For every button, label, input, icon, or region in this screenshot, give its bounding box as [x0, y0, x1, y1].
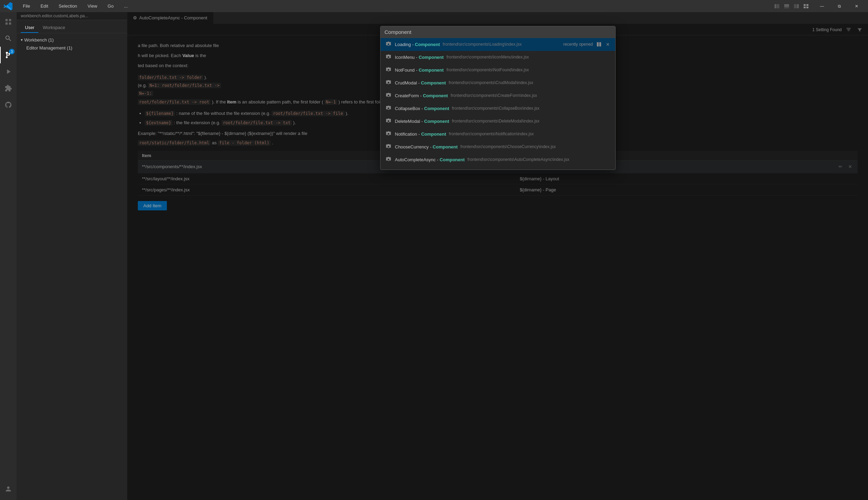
chevron-down-icon: ▾ [21, 38, 23, 42]
result-gear-icon [385, 156, 392, 163]
command-result-item[interactable]: ChooseCurrency - Component frontend\src\… [381, 140, 615, 153]
result-gear-icon [385, 169, 392, 170]
recently-opened-label: recently opened [563, 42, 593, 47]
command-result-item[interactable]: DeleteModal - Component frontend\src\com… [381, 115, 615, 128]
result-gear-icon [385, 66, 392, 74]
svg-rect-5 [797, 4, 799, 8]
result-path: frontend\src\components\AutoCompleteAsyn… [467, 157, 611, 162]
result-name-prefix: AutoCompleteAsync - [395, 157, 440, 162]
editor-area: ⚙ AutoCompleteAsync - Component 1 Settin… [127, 12, 868, 500]
activity-source-control[interactable]: 3 [0, 47, 17, 63]
result-name-highlight: Component [419, 55, 444, 60]
svg-rect-0 [775, 4, 776, 8]
toggle-sidebar-icon[interactable] [773, 2, 781, 10]
result-name-highlight: Component [424, 106, 449, 111]
menu-edit[interactable]: Edit [38, 3, 50, 9]
toggle-right-sidebar-icon[interactable] [793, 2, 800, 10]
svg-rect-2 [784, 4, 789, 7]
toggle-panel-icon[interactable] [783, 2, 790, 10]
activity-run-debug[interactable] [0, 63, 17, 80]
result-name-prefix: CollapseBox - [395, 106, 424, 111]
menu-selection[interactable]: Selection [56, 3, 79, 9]
command-result-item[interactable]: Loading - Component frontend\src\compone… [381, 38, 615, 51]
svg-rect-8 [804, 7, 806, 8]
activity-bar-bottom [0, 481, 17, 497]
command-palette-input[interactable] [385, 29, 611, 35]
result-name-highlight: Component [423, 93, 448, 98]
split-editor-icon[interactable] [596, 41, 602, 47]
minimize-button[interactable]: — [814, 0, 830, 12]
command-result-item[interactable]: MoneyInputFormItem - Component frontend\… [381, 166, 615, 170]
customize-layout-icon[interactable] [802, 2, 810, 10]
tree-section-label: Workbench (1) [24, 37, 54, 43]
close-button[interactable]: ✕ [849, 0, 865, 12]
result-name-prefix: Loading - [395, 42, 415, 47]
window-controls: — ⧉ ✕ [814, 0, 865, 12]
source-control-badge: 3 [9, 49, 15, 54]
result-name-prefix: CreateForm - [395, 93, 423, 98]
activity-github[interactable] [0, 97, 17, 113]
result-name: Loading - Component [395, 42, 440, 47]
result-gear-icon [385, 53, 392, 61]
result-path: frontend\src\components\ChooseCurrency\i… [460, 144, 611, 149]
menu-bar: File Edit Selection View Go ... [21, 3, 130, 9]
result-name-highlight: Component [433, 144, 458, 149]
svg-rect-10 [597, 42, 598, 46]
result-gear-icon [385, 143, 392, 151]
tab-user[interactable]: User [21, 23, 38, 33]
command-input-row [381, 26, 615, 38]
result-path: frontend\src\components\NotFound\index.j… [446, 67, 611, 72]
activity-extensions[interactable] [0, 80, 17, 97]
result-path: frontend\src\components\Loading\index.js… [443, 42, 564, 47]
result-name: IconMenu - Component [395, 55, 444, 60]
result-name-highlight: Component [421, 80, 446, 85]
title-bar-left: File Edit Selection View Go ... [3, 2, 130, 11]
result-name: CreateForm - Component [395, 93, 448, 98]
title-bar: File Edit Selection View Go ... — ⧉ [0, 0, 868, 12]
result-gear-icon [385, 79, 392, 87]
command-result-item[interactable]: CrudModal - Component frontend\src\compo… [381, 76, 615, 89]
tree-child-editor-management[interactable]: Editor Management (1) [17, 44, 127, 52]
account-icon[interactable] [0, 481, 17, 497]
result-path: frontend\src\components\IconMenu\index.j… [446, 55, 611, 60]
command-result-item[interactable]: CollapseBox - Component frontend\src\com… [381, 102, 615, 115]
svg-rect-4 [794, 4, 797, 8]
restore-button[interactable]: ⧉ [831, 0, 847, 12]
vscode-logo[interactable] [3, 2, 12, 11]
command-result-item[interactable]: CreateForm - Component frontend\src\comp… [381, 89, 615, 102]
tab-workspace[interactable]: Workspace [38, 23, 69, 33]
menu-file[interactable]: File [21, 3, 32, 9]
result-path: frontend\src\components\CollapseBox\inde… [452, 106, 611, 111]
menu-more[interactable]: ... [122, 3, 130, 9]
result-name-highlight: Component [415, 42, 440, 47]
result-name: ChooseCurrency - Component [395, 144, 458, 149]
svg-rect-7 [806, 4, 808, 6]
tree-section-workbench[interactable]: ▾ Workbench (1) [17, 36, 127, 44]
result-gear-icon [385, 104, 392, 112]
activity-explorer[interactable] [0, 13, 17, 30]
result-name: Notification - Component [395, 131, 446, 137]
settings-tabs: User Workspace [17, 23, 127, 33]
command-result-item[interactable]: NotFound - Component frontend\src\compon… [381, 64, 615, 76]
result-name: AutoCompleteAsync - Component [395, 157, 465, 162]
result-name-prefix: Notification - [395, 131, 421, 137]
breadcrumb: workbench.editor.customLabels.pa... [17, 12, 127, 20]
svg-rect-6 [804, 4, 806, 6]
result-name-highlight: Component [419, 67, 444, 73]
sidebar: workbench.editor.customLabels.pa... User… [17, 12, 127, 500]
command-result-item[interactable]: IconMenu - Component frontend\src\compon… [381, 51, 615, 64]
menu-view[interactable]: View [86, 3, 99, 9]
svg-rect-11 [599, 42, 601, 46]
result-badge: recently opened ✕ [563, 41, 611, 47]
menu-go[interactable]: Go [106, 3, 116, 9]
svg-rect-1 [777, 4, 779, 8]
command-result-item[interactable]: AutoCompleteAsync - Component frontend\s… [381, 153, 615, 166]
result-name: CrudModal - Component [395, 80, 446, 85]
activity-search[interactable] [0, 30, 17, 47]
sidebar-tree: ▾ Workbench (1) Editor Management (1) [17, 33, 127, 55]
activity-bar: 3 [0, 12, 17, 500]
close-result-button[interactable]: ✕ [605, 41, 611, 47]
command-result-item[interactable]: Notification - Component frontend\src\co… [381, 128, 615, 140]
result-path: frontend\src\components\CrudModal\index.… [449, 80, 611, 85]
result-name-highlight: Component [424, 119, 449, 124]
